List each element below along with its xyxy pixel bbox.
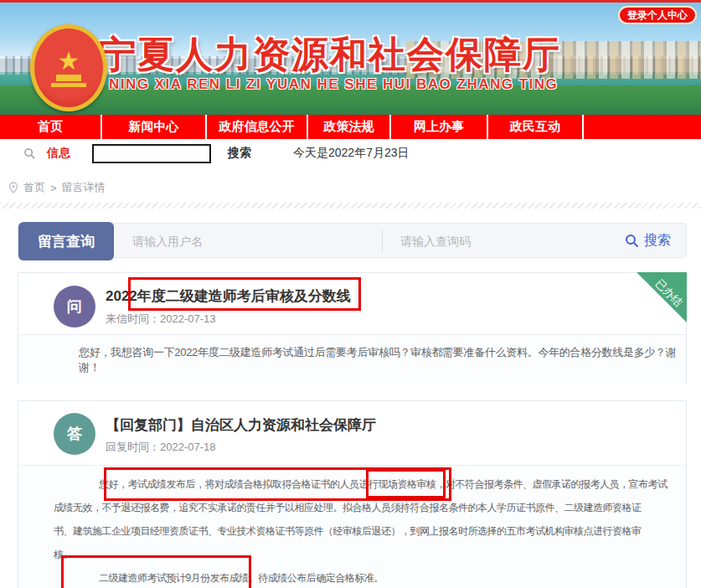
site-banner: ★ 宁夏人力资源和社会保障厅 NING XIA REN LI ZI YUAN H… <box>0 3 701 115</box>
main-nav: 首页 新闻中心 政府信息公开 政策法规 网上办事 政民互动 <box>0 115 701 139</box>
question-card: 问 2022年度二级建造师考后审核及分数线 来信时间：2022-07-13 已办… <box>18 272 687 384</box>
question-header: 问 2022年度二级建造师考后审核及分数线 来信时间：2022-07-13 已办… <box>18 273 686 335</box>
question-time-value: 2022-07-13 <box>160 312 216 325</box>
answer-card: 答 【回复部门】自治区人力资源和社会保障厅 回复时间：2022-07-18 您好… <box>18 400 687 588</box>
input-divider <box>382 230 383 252</box>
query-search-label: 搜索 <box>644 232 671 250</box>
answer-line: 书、建筑施工企业项目经理资质证书、专业技术资格证书等原件（经审核后退还），到网上… <box>54 519 678 543</box>
question-badge: 问 <box>54 286 95 328</box>
query-search-button[interactable]: 搜索 <box>625 224 671 257</box>
site-search-row: 信息 搜索 今天是2022年7月23日 <box>0 139 701 168</box>
site-title: 宁夏人力资源和社会保障厅 <box>99 30 561 80</box>
answer-title: 【回复部门】自治区人力资源和社会保障厅 <box>106 415 376 435</box>
question-time: 来信时间：2022-07-13 <box>106 312 216 327</box>
message-query-bar: 留言查询 搜索 <box>18 223 687 258</box>
nav-item-home[interactable]: 首页 <box>0 115 102 139</box>
breadcrumb-current: 留言详情 <box>62 180 106 195</box>
nav-item-policy[interactable]: 政策法规 <box>308 115 391 139</box>
site-search-input[interactable] <box>92 144 211 163</box>
answer-time-label: 回复时间： <box>106 441 160 453</box>
search-icon <box>23 147 36 160</box>
nav-item-online-service[interactable]: 网上办事 <box>391 115 488 139</box>
answer-line: 二级建造师考试预计9月份发布成绩。待成绩公布后确定合格标准。 <box>54 566 678 588</box>
question-content: 您好，我想咨询一下2022年度二级建造师考试通过后需要考后审核吗？审核都需要准备… <box>18 335 686 384</box>
location-pin-icon <box>8 182 18 193</box>
site-subtitle: NING XIA REN LI ZI YUAN HE SHE HUI BAO Z… <box>109 76 558 93</box>
emblem-gate-shape <box>56 75 81 81</box>
breadcrumb-separator: > <box>50 182 57 194</box>
answer-line: 核。 <box>54 543 678 566</box>
query-code-input[interactable] <box>399 224 603 259</box>
page: ★ 宁夏人力资源和社会保障厅 NING XIA REN LI ZI YUAN H… <box>0 0 701 588</box>
question-title: 2022年度二级建造师考后审核及分数线 <box>106 286 351 306</box>
answer-time: 回复时间：2022-07-18 <box>106 440 216 455</box>
username-input[interactable] <box>131 224 369 259</box>
national-emblem-logo: ★ <box>30 24 107 111</box>
nav-item-gov-info[interactable]: 政府信息公开 <box>207 115 308 139</box>
info-label: 信息 <box>47 146 70 161</box>
answer-time-value: 2022-07-18 <box>160 441 216 453</box>
nav-filler <box>584 115 701 139</box>
nav-item-news[interactable]: 新闻中心 <box>102 115 207 139</box>
search-icon <box>625 234 639 248</box>
hatched-divider <box>0 203 701 209</box>
emblem-star-icon: ★ <box>58 49 80 73</box>
emblem-gate-base-shape <box>51 83 86 87</box>
answer-badge: 答 <box>54 413 95 455</box>
answer-header: 答 【回复部门】自治区人力资源和社会保障厅 回复时间：2022-07-18 <box>18 401 686 466</box>
login-personal-center-button[interactable]: 登录个人中心 <box>618 6 697 24</box>
nav-item-interaction[interactable]: 政民互动 <box>488 115 584 139</box>
breadcrumb-home[interactable]: 首页 <box>23 180 45 195</box>
question-time-label: 来信时间： <box>106 312 160 325</box>
answer-line: 成绩无效，不予退还报名费，追究不实承诺的责任并予以相应处理。拟合格人员须持符合报… <box>54 496 678 519</box>
breadcrumb: 首页 > 留言详情 <box>0 178 701 197</box>
site-search-button[interactable]: 搜索 <box>228 146 251 161</box>
answer-line: 您好，考试成绩发布后，将对成绩合格拟取得合格证书的人员进行现场资格审核，对不符合… <box>54 472 678 496</box>
answer-content: 您好，考试成绩发布后，将对成绩合格拟取得合格证书的人员进行现场资格审核，对不符合… <box>18 466 686 588</box>
current-date: 今天是2022年7月23日 <box>293 146 410 161</box>
tab-message-query[interactable]: 留言查询 <box>18 222 114 260</box>
